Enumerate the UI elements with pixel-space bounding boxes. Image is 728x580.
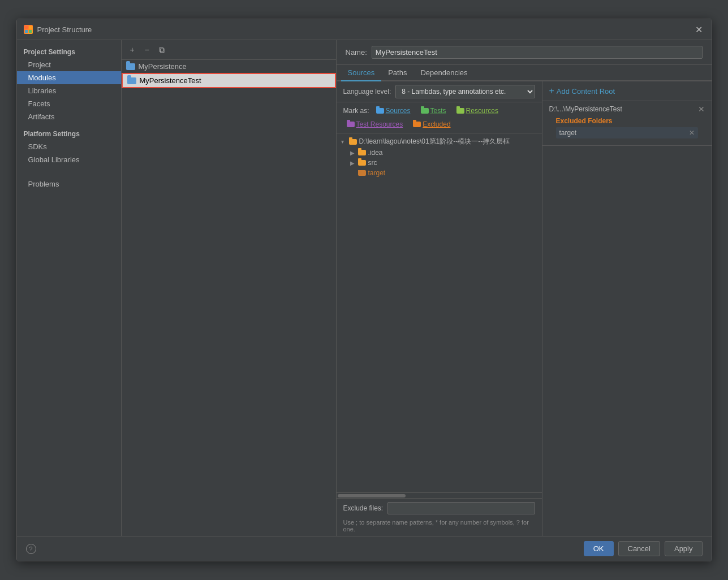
tree-chevron-idea: ▶	[350, 150, 356, 156]
tree-src-folder-icon	[358, 160, 366, 166]
name-input[interactable]	[372, 46, 703, 59]
add-module-button[interactable]: +	[126, 44, 139, 56]
tests-folder-icon	[421, 108, 429, 114]
close-button[interactable]: ✕	[693, 24, 705, 35]
tree-item-target[interactable]: target	[337, 168, 542, 178]
content-root-path: D:\...\MyPersistenceTest ✕	[549, 105, 705, 114]
sidebar-item-libraries[interactable]: Libraries	[17, 84, 121, 97]
title-bar-left: Project Structure	[24, 25, 92, 34]
platform-settings-label: Platform Settings	[17, 128, 121, 140]
mark-resources-button[interactable]: Resources	[453, 106, 502, 116]
sidebar-item-artifacts[interactable]: Artifacts	[17, 110, 121, 123]
language-level-select[interactable]: 8 - Lambdas, type annotations etc.	[395, 85, 535, 98]
dialog-footer: ? OK Cancel Apply	[17, 536, 712, 561]
name-label: Name:	[346, 48, 367, 57]
sources-content: Language level: 8 - Lambdas, type annota…	[337, 81, 712, 536]
remove-content-root-button[interactable]: ✕	[698, 105, 705, 114]
exclude-files-hint: Use ; to separate name patterns, * for a…	[337, 518, 542, 536]
sidebar-item-global-libraries[interactable]: Global Libraries	[17, 153, 121, 166]
mark-tests-button[interactable]: Tests	[417, 106, 450, 116]
content-root-item: D:\...\MyPersistenceTest ✕ Excluded Fold…	[542, 101, 712, 146]
mark-as-label: Mark as:	[343, 107, 369, 115]
project-structure-dialog: Project Structure ✕ Project Settings Pro…	[16, 19, 712, 561]
sidebar-item-sdks[interactable]: SDKs	[17, 140, 121, 153]
tree-target-label: target	[368, 169, 386, 177]
title-bar: Project Structure ✕	[17, 19, 712, 40]
exclude-files-row: Exclude files:	[337, 498, 542, 518]
module-toolbar: + − ⧉	[122, 40, 336, 60]
excluded-folders-label: Excluded Folders	[556, 117, 698, 125]
name-row: Name:	[337, 40, 712, 65]
main-area: + − ⧉ MyPersistence MyPersistenceTest	[122, 40, 712, 536]
svg-rect-0	[25, 26, 28, 29]
remove-excluded-button[interactable]: ✕	[689, 129, 695, 137]
exclude-files-input[interactable]	[387, 502, 535, 514]
ok-button[interactable]: OK	[584, 541, 614, 556]
help-button[interactable]: ?	[26, 544, 36, 554]
sidebar: Project Settings Project Modules Librari…	[17, 40, 122, 536]
tab-paths[interactable]: Paths	[381, 65, 413, 81]
tree-item-src[interactable]: ▶ src	[337, 158, 542, 168]
sidebar-item-problems[interactable]: Problems	[17, 178, 121, 191]
module-list: MyPersistence MyPersistenceTest	[122, 60, 336, 536]
tree-item-idea[interactable]: ▶ .idea	[337, 148, 542, 158]
editor-area: Name: Sources Paths Dependencies Languag…	[337, 40, 712, 536]
tab-dependencies[interactable]: Dependencies	[413, 65, 474, 81]
language-level-label: Language level:	[343, 88, 391, 96]
excluded-folder-icon	[413, 122, 421, 127]
sidebar-item-facets[interactable]: Facets	[17, 97, 121, 110]
tree-idea-label: .idea	[368, 149, 383, 157]
tree-root-folder-icon	[349, 139, 357, 145]
svg-rect-2	[25, 30, 28, 33]
horizontal-scrollbar[interactable]	[337, 492, 542, 498]
plus-icon: +	[549, 86, 554, 96]
tree-chevron-src: ▶	[350, 160, 356, 166]
app-icon	[24, 25, 33, 34]
mark-as-bar: Mark as: Sources Tests Res	[337, 102, 542, 133]
sidebar-item-modules[interactable]: Modules	[17, 71, 121, 84]
excluded-folders-section: Excluded Folders target ✕	[549, 114, 705, 142]
tree-target-folder-icon	[358, 170, 366, 176]
language-level-bar: Language level: 8 - Lambdas, type annota…	[337, 81, 542, 102]
sidebar-item-project[interactable]: Project	[17, 58, 121, 71]
copy-module-button[interactable]: ⧉	[156, 44, 168, 56]
scrollbar-thumb[interactable]	[338, 494, 406, 497]
mark-test-resources-button[interactable]: Test Resources	[343, 119, 407, 129]
tree-root-path: D:\learn\lagou\notes\01第1阶段--模块一--持久层框	[359, 137, 510, 146]
right-panel: + Add Content Root D:\...\MyPersistenceT…	[542, 81, 712, 536]
add-content-root-button[interactable]: + Add Content Root	[542, 81, 712, 101]
tree-idea-folder-icon	[358, 150, 366, 155]
svg-rect-1	[29, 26, 32, 29]
dialog-body: Project Settings Project Modules Librari…	[17, 40, 712, 536]
module-folder-icon	[126, 63, 135, 70]
dialog-title: Project Structure	[37, 25, 92, 34]
module-item-mypersistencetest[interactable]: MyPersistenceTest	[122, 73, 336, 88]
file-tree-area: Language level: 8 - Lambdas, type annota…	[337, 81, 542, 536]
apply-button[interactable]: Apply	[665, 541, 703, 556]
cancel-button[interactable]: Cancel	[618, 541, 660, 556]
module-list-pane: + − ⧉ MyPersistence MyPersistenceTest	[122, 40, 337, 536]
tree-src-label: src	[368, 159, 377, 167]
resources-folder-icon	[456, 108, 464, 114]
mark-sources-button[interactable]: Sources	[373, 106, 414, 116]
svg-rect-3	[29, 30, 32, 33]
exclude-files-label: Exclude files:	[343, 504, 384, 512]
module-folder-icon-selected	[127, 77, 136, 84]
remove-module-button[interactable]: −	[141, 44, 153, 56]
project-settings-label: Project Settings	[17, 45, 121, 58]
file-tree: ▾ D:\learn\lagou\notes\01第1阶段--模块一--持久层框…	[337, 133, 542, 492]
tab-sources[interactable]: Sources	[341, 65, 382, 81]
module-item-mypersistence[interactable]: MyPersistence	[122, 60, 336, 73]
excluded-item-target: target ✕	[556, 127, 698, 138]
test-resources-folder-icon	[347, 122, 355, 127]
sources-folder-icon	[376, 108, 384, 114]
tabs-bar: Sources Paths Dependencies	[337, 65, 712, 81]
mark-excluded-button[interactable]: Excluded	[410, 119, 454, 129]
tree-chevron-root: ▾	[341, 138, 347, 145]
tree-root-item[interactable]: ▾ D:\learn\lagou\notes\01第1阶段--模块一--持久层框	[337, 136, 542, 148]
